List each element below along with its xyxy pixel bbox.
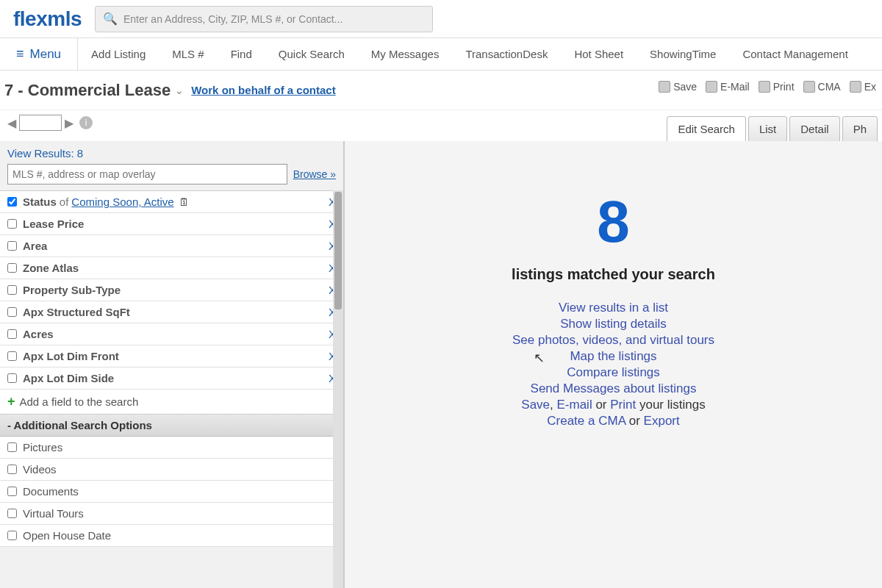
hamburger-icon: ≡ bbox=[16, 46, 24, 62]
field-label: Documents bbox=[23, 485, 79, 498]
export-action[interactable]: Ex bbox=[850, 81, 876, 93]
results-link[interactable]: Show listing details bbox=[560, 317, 667, 331]
menu-label: Menu bbox=[30, 47, 62, 62]
nav-items: Add ListingMLS #FindQuick SearchMy Messa… bbox=[78, 38, 861, 70]
status-checkbox[interactable] bbox=[7, 197, 17, 207]
field-row: Property Sub-TypeX bbox=[0, 279, 343, 301]
nav-item-contact-management[interactable]: Contact Management bbox=[729, 38, 861, 71]
results-link-line: Map the listings bbox=[512, 349, 714, 364]
field-checkbox[interactable] bbox=[7, 263, 17, 273]
fields-scroll-area: Status of Coming Soon, Active 🗓 X Lease … bbox=[0, 190, 343, 588]
field-row: Apx Structured SqFtX bbox=[0, 301, 343, 323]
scrollbar-thumb[interactable] bbox=[334, 192, 342, 309]
nav-item-quick-search[interactable]: Quick Search bbox=[265, 38, 358, 71]
search-fields: Status of Coming Soon, Active 🗓 X Lease … bbox=[0, 190, 343, 547]
search-icon: 🔍 bbox=[103, 12, 118, 26]
export-label: Ex bbox=[864, 81, 876, 93]
results-link[interactable]: Compare listings bbox=[567, 365, 660, 379]
field-checkbox[interactable] bbox=[7, 241, 17, 251]
field-label: Acres bbox=[23, 328, 54, 340]
cma-action[interactable]: CMA bbox=[803, 81, 841, 93]
results-link-line: See photos, videos, and virtual tours bbox=[512, 333, 714, 348]
nav-item-find[interactable]: Find bbox=[218, 38, 265, 71]
field-row: Apx Lot Dim FrontX bbox=[0, 345, 343, 368]
page-title[interactable]: 7 - Commercial Lease bbox=[4, 81, 171, 100]
field-checkbox[interactable] bbox=[7, 307, 17, 317]
results-link-line: Show listing details bbox=[512, 317, 714, 331]
email-label: E-Mail bbox=[720, 81, 750, 93]
results-link[interactable]: View results in a list bbox=[559, 301, 668, 315]
results-link[interactable]: Save bbox=[521, 398, 550, 412]
field-checkbox[interactable] bbox=[7, 531, 17, 540]
prev-record-icon[interactable]: ◀ bbox=[7, 116, 16, 130]
results-link[interactable]: Create a CMA bbox=[547, 414, 625, 428]
left-scrollbar[interactable] bbox=[333, 190, 343, 588]
tabs-row: ◀ ▶ i Edit SearchListDetailPh bbox=[0, 110, 882, 141]
field-row: Apx Lot Dim SideX bbox=[0, 368, 343, 390]
record-pager: ◀ ▶ i bbox=[7, 115, 93, 131]
add-field-button[interactable]: + Add a field to the search bbox=[0, 390, 343, 415]
browse-link[interactable]: Browse » bbox=[293, 168, 336, 180]
field-label: Virtual Tours bbox=[23, 507, 84, 520]
logo: flexmls bbox=[13, 7, 82, 31]
menu-button[interactable]: ≡ Menu bbox=[0, 38, 78, 70]
tab-detail[interactable]: Detail bbox=[789, 116, 839, 141]
results-link[interactable]: See photos, videos, and virtual tours bbox=[512, 333, 714, 347]
view-results-link[interactable]: View Results: 8 bbox=[0, 141, 343, 164]
field-label: Open House Date bbox=[23, 529, 111, 542]
results-link[interactable]: E-mail bbox=[557, 398, 592, 412]
nav-item-hot-sheet[interactable]: Hot Sheet bbox=[561, 38, 637, 71]
nav-item-add-listing[interactable]: Add Listing bbox=[78, 38, 159, 71]
save-icon bbox=[659, 81, 670, 93]
print-action[interactable]: Print bbox=[759, 81, 795, 93]
tab-list[interactable]: List bbox=[748, 116, 787, 141]
field-row: AreaX bbox=[0, 235, 343, 257]
record-number-input[interactable] bbox=[19, 115, 62, 131]
nav-item-transactiondesk[interactable]: TransactionDesk bbox=[452, 38, 561, 71]
nav-item-my-messages[interactable]: My Messages bbox=[358, 38, 453, 71]
field-label: Apx Structured SqFt bbox=[23, 306, 130, 318]
work-on-behalf-link[interactable]: Work on behalf of a contact bbox=[191, 84, 335, 96]
chevron-down-icon[interactable]: ⌄ bbox=[175, 85, 184, 96]
status-value-link[interactable]: Coming Soon, Active bbox=[71, 196, 173, 208]
email-icon bbox=[706, 81, 717, 93]
add-field-label: Add a field to the search bbox=[20, 395, 139, 408]
field-checkbox[interactable] bbox=[7, 351, 17, 361]
results-link[interactable]: Export bbox=[644, 414, 680, 428]
results-count: 8 bbox=[597, 193, 630, 251]
status-label: Status bbox=[23, 196, 57, 208]
mls-filter-input[interactable] bbox=[7, 164, 287, 184]
results-link-line: Compare listings bbox=[512, 365, 714, 380]
field-row: AcresX bbox=[0, 323, 343, 345]
email-action[interactable]: E-Mail bbox=[706, 81, 750, 93]
tab-ph[interactable]: Ph bbox=[842, 116, 878, 141]
additional-search-options-header[interactable]: - Additional Search Options bbox=[0, 415, 343, 437]
global-search-input[interactable]: 🔍 Enter an Address, City, ZIP, MLS #, or… bbox=[95, 6, 433, 32]
info-icon[interactable]: i bbox=[79, 116, 93, 129]
calendar-icon[interactable]: 🗓 bbox=[179, 196, 190, 208]
next-record-icon[interactable]: ▶ bbox=[65, 116, 74, 130]
field-checkbox[interactable] bbox=[7, 329, 17, 339]
field-checkbox[interactable] bbox=[7, 465, 17, 474]
aso-field-row: Pictures bbox=[0, 437, 343, 459]
field-checkbox[interactable] bbox=[7, 509, 17, 518]
title-row: 7 - Commercial Lease ⌄ Work on behalf of… bbox=[0, 71, 882, 110]
nav-item-showingtime[interactable]: ShowingTime bbox=[637, 38, 729, 71]
results-text: , bbox=[550, 398, 556, 412]
results-link-line: Send Messages about listings bbox=[512, 381, 714, 396]
export-icon bbox=[850, 81, 861, 93]
search-placeholder: Enter an Address, City, ZIP, MLS #, or C… bbox=[123, 13, 343, 25]
status-of: of bbox=[60, 196, 69, 208]
nav-item-mls-[interactable]: MLS # bbox=[159, 38, 217, 71]
field-checkbox[interactable] bbox=[7, 373, 17, 383]
search-panel: View Results: 8 Browse » Status of Comin… bbox=[0, 141, 344, 588]
field-checkbox[interactable] bbox=[7, 487, 17, 496]
results-link[interactable]: Send Messages about listings bbox=[531, 381, 697, 395]
results-link[interactable]: Print bbox=[610, 398, 636, 412]
field-checkbox[interactable] bbox=[7, 442, 17, 452]
field-checkbox[interactable] bbox=[7, 285, 17, 295]
tab-edit-search[interactable]: Edit Search bbox=[667, 116, 746, 141]
save-action[interactable]: Save bbox=[659, 81, 697, 93]
results-link[interactable]: Map the listings bbox=[570, 349, 656, 363]
field-checkbox[interactable] bbox=[7, 219, 17, 229]
